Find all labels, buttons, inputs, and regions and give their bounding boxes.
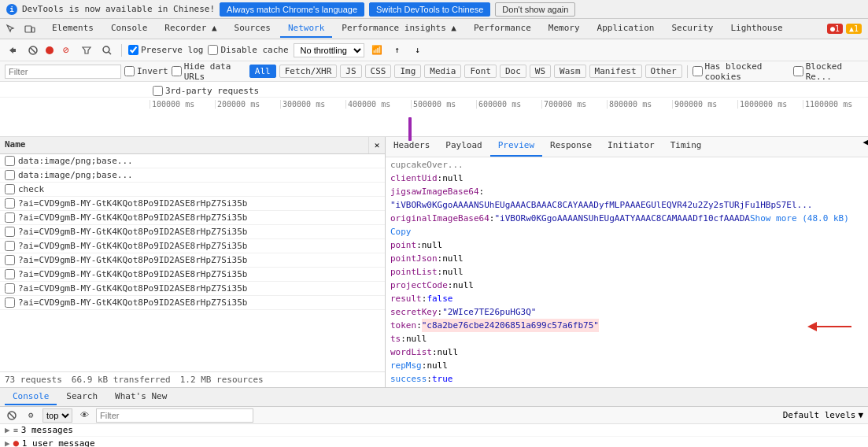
filter-tag-ws[interactable]: WS [530, 65, 551, 78]
blocked-req-label[interactable]: Blocked Re... [793, 61, 863, 82]
disable-cache-label[interactable]: Disable cache [208, 45, 288, 55]
item-checkbox[interactable] [5, 283, 15, 294]
filter-tag-js[interactable]: JS [340, 65, 361, 78]
item-checkbox[interactable] [5, 184, 15, 194]
switch-devtools-button[interactable]: Switch DevTools to Chinese [369, 2, 490, 17]
tab-elements[interactable]: Elements [44, 20, 102, 38]
match-language-button[interactable]: Always match Chrome's language [220, 2, 364, 17]
hide-data-urls-label[interactable]: Hide data URLs [172, 61, 246, 82]
invert-label[interactable]: Invert [124, 66, 168, 76]
resp-success: success: true [390, 372, 863, 386]
blocked-cookies-checkbox[interactable] [693, 66, 703, 76]
console-item-messages[interactable]: ▶ ≡ 3 messages [0, 424, 868, 437]
clear-network-icon[interactable] [25, 42, 41, 58]
item-checkbox[interactable] [5, 170, 15, 180]
ruler-500k: 500000 ms [411, 100, 476, 109]
item-checkbox[interactable] [5, 255, 15, 265]
blocked-cookies-label[interactable]: Has blocked cookies [693, 61, 790, 82]
filter-icon[interactable] [79, 42, 94, 58]
preserve-log-label[interactable]: Preserve log [128, 45, 203, 55]
eye-icon[interactable]: 👁 [77, 408, 91, 423]
tab-perf-insights[interactable]: Performance insights ▲ [334, 20, 464, 38]
expand-arrow[interactable]: ▶ [5, 425, 10, 435]
timeline-graph[interactable] [150, 110, 868, 145]
list-item[interactable]: ?ai=CVD9gmB-MY-GtK4KQot8Po9ID2ASE8rHpZ7S… [0, 211, 385, 225]
svg-marker-4 [83, 47, 90, 54]
tab-console[interactable]: Console [103, 20, 155, 38]
filter-tag-manifest[interactable]: Manifest [589, 65, 642, 78]
device-toggle-icon[interactable] [22, 21, 38, 37]
filter-input[interactable] [5, 65, 121, 79]
list-item[interactable]: ?ai=CVD9gmB-MY-GtK4KQot8Po9ID2ASE8rHpZ7S… [0, 253, 385, 268]
tab-whats-new[interactable]: What's New [107, 389, 175, 405]
item-name: data:image/png;base... [18, 156, 133, 166]
filter-tag-all[interactable]: All [249, 65, 276, 78]
wifi-icon[interactable]: 📶 [369, 42, 385, 58]
back-icon[interactable] [5, 42, 20, 58]
tab-memory[interactable]: Memory [541, 20, 588, 38]
filter-tag-other[interactable]: Other [645, 65, 682, 78]
blocked-req-checkbox[interactable] [793, 66, 803, 76]
list-item[interactable]: ?ai=CVD9gmB-MY-GtK4KQot8Po9ID2ASE8rHpZ7S… [0, 197, 385, 211]
tab-sources[interactable]: Sources [227, 20, 279, 38]
ruler-300k: 300000 ms [280, 100, 345, 109]
item-checkbox[interactable] [5, 198, 15, 209]
resp-pointjson: pointJson: null [390, 252, 863, 265]
list-item[interactable]: ?ai=CVD9gmB-MY-GtK4KQot8Po9ID2ASE8rHpZ7S… [0, 296, 385, 310]
item-checkbox[interactable] [5, 212, 15, 223]
tab-application[interactable]: Application [589, 20, 663, 38]
list-item[interactable]: check [0, 183, 385, 197]
list-item[interactable]: data:image/png;base... [0, 154, 385, 168]
expand-arrow2[interactable]: ▶ [5, 438, 10, 448]
invert-checkbox[interactable] [124, 66, 135, 76]
filter-tag-css[interactable]: CSS [365, 65, 392, 78]
item-checkbox[interactable] [5, 241, 15, 251]
item-checkbox[interactable] [5, 227, 15, 237]
tab-lighthouse[interactable]: Lighthouse [722, 20, 790, 38]
tab-console-bottom[interactable]: Console [5, 389, 57, 405]
filter-tag-doc[interactable]: Doc [500, 65, 526, 78]
item-name: ?ai=CVD9gmB-MY-GtK4KQot8Po9ID2ASE8rHpZ7S… [18, 255, 247, 265]
dismiss-button[interactable]: Don't show again [495, 2, 575, 17]
info-icon: i [6, 4, 17, 15]
tab-search-bottom[interactable]: Search [58, 389, 105, 405]
throttle-select[interactable]: No throttling [294, 43, 364, 57]
console-filter-input[interactable] [96, 408, 253, 423]
list-item[interactable]: data:image/png;base... [0, 168, 385, 183]
console-item-user-msg[interactable]: ▶ ● 1 user message [0, 437, 868, 447]
search-icon[interactable] [99, 42, 115, 58]
ruler-1100k: 1100000 ms [803, 100, 868, 109]
disable-cache-checkbox[interactable] [208, 45, 218, 55]
context-select[interactable]: top [42, 408, 72, 423]
item-checkbox[interactable] [5, 297, 15, 308]
download-icon[interactable]: ↓ [410, 42, 426, 58]
inspect-icon[interactable] [3, 21, 19, 37]
clear-console-icon[interactable] [5, 408, 19, 423]
copy-button[interactable]: Copy [390, 225, 412, 238]
tab-network[interactable]: Network [280, 20, 332, 38]
upload-icon[interactable]: ↑ [390, 42, 405, 58]
filter-tag-font[interactable]: Font [464, 65, 497, 78]
timeline-bar [408, 117, 412, 141]
stop-icon[interactable]: ⊘ [58, 42, 74, 58]
list-item[interactable]: ?ai=CVD9gmB-MY-GtK4KQot8Po9ID2ASE8rHpZ7S… [0, 225, 385, 239]
list-item[interactable]: ?ai=CVD9gmB-MY-GtK4KQot8Po9ID2ASE8rHpZ7S… [0, 239, 385, 253]
show-more-button[interactable]: Show more (48.0 kB) [750, 212, 849, 225]
list-item[interactable]: ?ai=CVD9gmB-MY-GtK4KQot8Po9ID2ASE8rHpZ7S… [0, 268, 385, 282]
hide-data-urls-checkbox[interactable] [172, 66, 182, 76]
filter-tag-fetch[interactable]: Fetch/XHR [279, 65, 338, 78]
filter-tag-media[interactable]: Media [424, 65, 461, 78]
tab-recorder[interactable]: Recorder ▲ [157, 20, 224, 38]
list-item[interactable]: ?ai=CVD9gmB-MY-GtK4KQot8Po9ID2ASE8rHpZ7S… [0, 282, 385, 296]
item-checkbox[interactable] [5, 269, 15, 279]
settings-icon[interactable]: ⚙ [24, 408, 38, 423]
tab-security[interactable]: Security [663, 20, 721, 38]
requests-footer: 73 requests 66.9 kB transferred 1.2 MB r… [0, 371, 385, 387]
notification-bar: i DevTools is now available in Chinese! … [0, 0, 868, 19]
3rdparty-checkbox[interactable]: 3rd-party requests [153, 86, 259, 96]
item-checkbox[interactable] [5, 156, 15, 166]
filter-tag-wasm[interactable]: Wasm [554, 65, 586, 78]
tab-performance[interactable]: Performance [466, 20, 539, 38]
filter-tag-img[interactable]: Img [394, 65, 421, 78]
preserve-log-checkbox[interactable] [128, 45, 139, 55]
